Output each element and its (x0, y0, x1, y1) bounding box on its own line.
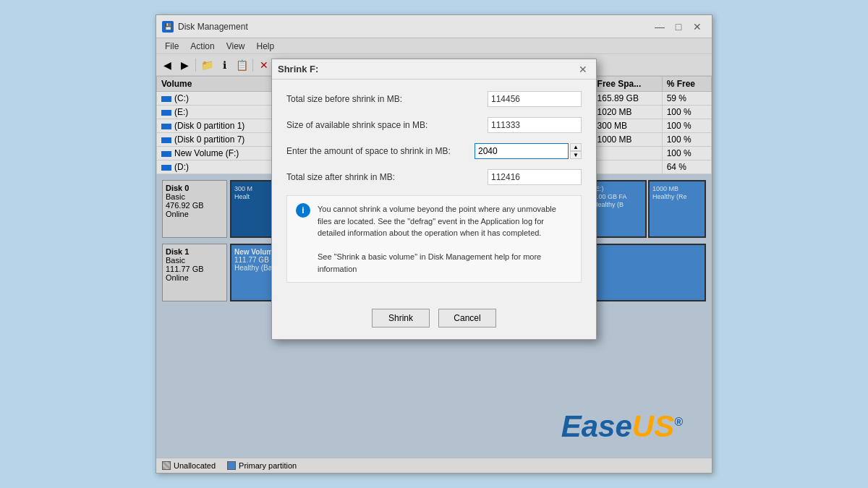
disk-management-window: 💾 Disk Management — □ ✕ File Action View… (156, 14, 712, 474)
cancel-button[interactable]: Cancel (438, 309, 496, 328)
info-text: You cannot shrink a volume beyond the po… (318, 203, 572, 275)
field3-label: Enter the amount of space to shrink in M… (286, 146, 469, 156)
shrink-dialog: Shrink F: ✕ Total size before shrink in … (271, 59, 597, 340)
dialog-row-2: Size of available shrink space in MB: (286, 117, 582, 133)
field2-label: Size of available shrink space in MB: (286, 120, 482, 130)
easeus-logo: EaseUS® (561, 409, 683, 444)
easeus-ease: Ease (561, 409, 632, 443)
info-icon: i (296, 203, 310, 218)
spin-down-button[interactable]: ▼ (570, 151, 582, 159)
spin-up-button[interactable]: ▲ (570, 143, 582, 151)
field3-input-wrap: ▲ ▼ (475, 143, 582, 159)
dialog-title-bar: Shrink F: ✕ (272, 59, 596, 80)
dialog-body: Total size before shrink in MB: Size of … (272, 80, 596, 303)
info-box: i You cannot shrink a volume beyond the … (286, 195, 582, 283)
dialog-row-1: Total size before shrink in MB: (286, 91, 582, 107)
dialog-overlay: Shrink F: ✕ Total size before shrink in … (156, 15, 712, 473)
field1-label: Total size before shrink in MB: (286, 94, 482, 104)
easeus-us: US (632, 409, 674, 443)
dialog-title: Shrink F: (278, 64, 318, 74)
field1-value (488, 91, 582, 107)
dialog-row-3: Enter the amount of space to shrink in M… (286, 143, 582, 159)
field4-value (488, 169, 582, 185)
field2-value (488, 117, 582, 133)
dialog-close-button[interactable]: ✕ (576, 63, 590, 76)
spinner: ▲ ▼ (570, 143, 582, 159)
shrink-amount-input[interactable] (475, 143, 569, 159)
info-help-text: See "Shrink a basic volume" in Disk Mana… (318, 252, 541, 273)
shrink-button[interactable]: Shrink (372, 309, 430, 328)
dialog-footer: Shrink Cancel (272, 303, 596, 339)
easeus-reg: ® (674, 416, 683, 428)
field4-label: Total size after shrink in MB: (286, 172, 482, 182)
dialog-row-4: Total size after shrink in MB: (286, 169, 582, 185)
info-main-text: You cannot shrink a volume beyond the po… (318, 205, 556, 237)
